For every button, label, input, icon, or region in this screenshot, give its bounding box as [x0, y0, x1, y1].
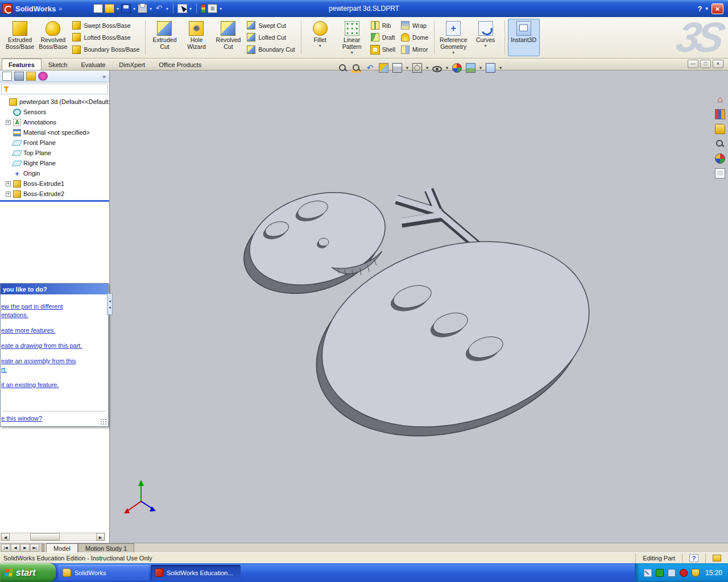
- tab-evaluate[interactable]: Evaluate: [75, 59, 113, 70]
- extruded-boss-button[interactable]: Extruded Boss/Base: [3, 19, 36, 56]
- rebuild-icon[interactable]: [201, 4, 206, 13]
- swept-boss-button[interactable]: Swept Boss/Base: [71, 20, 141, 31]
- first-tab-button[interactable]: |◀: [1, 544, 10, 552]
- revolved-cut-button[interactable]: Revolved Cut: [212, 19, 244, 56]
- print-icon[interactable]: [138, 4, 147, 13]
- section-view-icon[interactable]: [379, 63, 388, 73]
- options-icon[interactable]: [208, 4, 217, 13]
- help-button[interactable]: ?: [698, 5, 702, 13]
- last-tab-button[interactable]: ▶|: [30, 544, 39, 552]
- curves-button[interactable]: Curves▾: [470, 19, 502, 56]
- tree-item-annotations[interactable]: +Annotations: [0, 117, 109, 127]
- hole-wizard-button[interactable]: Hole Wizard: [180, 19, 212, 56]
- new-document-icon[interactable]: [93, 4, 103, 13]
- tree-item-right-plane[interactable]: Right Plane: [0, 158, 109, 168]
- boundary-cut-button[interactable]: Boundary Cut: [245, 44, 296, 55]
- boundary-boss-button[interactable]: Boundary Boss/Base: [71, 44, 141, 55]
- tree-item-origin[interactable]: Origin: [0, 168, 109, 178]
- apply-scene-icon[interactable]: [466, 63, 475, 73]
- display-style-icon[interactable]: [412, 63, 422, 73]
- scrollbar-thumb[interactable]: [30, 533, 60, 541]
- shell-button[interactable]: Shell: [369, 44, 397, 55]
- tree-item-pewterpart-3d-default-default[interactable]: pewterpart 3d (Default<<Default:: [0, 97, 109, 107]
- scroll-left-button[interactable]: [1, 533, 10, 541]
- expander-icon[interactable]: +: [6, 192, 11, 197]
- open-document-caret-icon[interactable]: ▾: [117, 6, 119, 11]
- lofted-cut-button[interactable]: Lofted Cut: [245, 32, 296, 43]
- fillet-button[interactable]: Fillet▾: [304, 19, 336, 56]
- file-explorer-icon[interactable]: [715, 124, 725, 134]
- display-tray-icon[interactable]: [668, 569, 676, 577]
- next-tab-button[interactable]: ▶: [20, 544, 30, 552]
- swept-cut-button[interactable]: Swept Cut: [245, 20, 296, 31]
- feature-manager-tab-icon[interactable]: [2, 72, 12, 81]
- minimize-document-button[interactable]: —: [688, 60, 698, 68]
- taskbar-app-solidworks[interactable]: SolidWorks: [59, 565, 148, 580]
- task-pane-link-4[interactable]: it an existing feature.: [1, 381, 106, 389]
- zoom-to-fit-icon[interactable]: [338, 63, 348, 73]
- start-button[interactable]: start: [0, 563, 56, 582]
- toolbar-expand-chevron[interactable]: »: [59, 5, 62, 12]
- close-document-button[interactable]: ×: [713, 60, 723, 68]
- tab-sketch[interactable]: Sketch: [42, 59, 75, 70]
- appearances-scenes-icon[interactable]: [715, 153, 725, 164]
- dimxpert-manager-tab-icon[interactable]: [38, 72, 48, 81]
- wrap-button[interactable]: Wrap: [399, 20, 430, 31]
- extruded-cut-button[interactable]: Extruded Cut: [148, 19, 180, 56]
- shield-tray-icon[interactable]: [692, 569, 700, 577]
- apply-scene-caret-icon[interactable]: ▾: [479, 65, 482, 70]
- draft-button[interactable]: Draft: [369, 32, 397, 43]
- graphics-viewport[interactable]: ▾▾▾▾▾: [110, 70, 728, 543]
- help-caret-icon[interactable]: ▾: [705, 6, 708, 11]
- taskbar-app-solidworks-education[interactable]: SolidWorks Education...: [151, 565, 241, 580]
- revolved-boss-button[interactable]: Revolved Boss/Base: [36, 19, 69, 56]
- undo-icon[interactable]: [154, 4, 164, 13]
- rollback-bar[interactable]: [0, 200, 109, 202]
- task-pane-link-1[interactable]: eate more features.: [1, 326, 106, 335]
- tree-item-material-not-specified[interactable]: Material <not specified>: [0, 127, 109, 138]
- search-icon[interactable]: [715, 139, 725, 149]
- options-caret-icon[interactable]: ▾: [220, 6, 222, 11]
- save-icon[interactable]: [121, 4, 131, 13]
- task-pane-link-2[interactable]: eate a drawing from this part.: [1, 342, 106, 350]
- manager-expand-chevron[interactable]: »: [102, 73, 107, 80]
- zoom-to-area-icon[interactable]: [351, 63, 361, 73]
- previous-tab-button[interactable]: ◀: [11, 544, 20, 552]
- display-style-caret-icon[interactable]: ▾: [426, 65, 428, 70]
- yellow-tag-icon[interactable]: [713, 555, 721, 562]
- dome-button[interactable]: Dome: [399, 32, 430, 43]
- reference-geometry-button[interactable]: Reference Geometry▾: [437, 19, 469, 56]
- tab-dimxpert[interactable]: DimXpert: [112, 59, 152, 70]
- part-3d-view[interactable]: [110, 70, 728, 543]
- doc-tab-motion-study-1[interactable]: Motion Study 1: [78, 543, 134, 552]
- linear-pattern-caret-icon[interactable]: ▾: [351, 50, 353, 55]
- print-caret-icon[interactable]: ▾: [150, 6, 152, 11]
- tree-horizontal-scrollbar[interactable]: [1, 533, 105, 541]
- solidworks-resources-icon[interactable]: [715, 94, 725, 105]
- doc-tab-model[interactable]: Model: [46, 543, 78, 552]
- view-settings-icon[interactable]: [486, 63, 495, 73]
- fillet-caret-icon[interactable]: ▾: [319, 43, 321, 48]
- status-help-button[interactable]: ?: [689, 554, 698, 562]
- open-document-icon[interactable]: [105, 4, 114, 13]
- configuration-manager-tab-icon[interactable]: [26, 72, 36, 81]
- pen-tray-icon[interactable]: [644, 569, 652, 577]
- close-button[interactable]: ×: [712, 3, 723, 14]
- coordinate-triad[interactable]: [124, 480, 156, 513]
- select-cursor-caret-icon[interactable]: ▾: [189, 6, 192, 11]
- green-status-tray-icon[interactable]: [656, 569, 664, 577]
- red-status-tray-icon[interactable]: [680, 569, 688, 577]
- expander-icon[interactable]: +: [6, 181, 11, 186]
- resize-grip-icon[interactable]: [100, 418, 107, 425]
- hide-show-items-icon[interactable]: [432, 66, 442, 72]
- scroll-right-button[interactable]: [96, 533, 105, 541]
- select-cursor-icon[interactable]: [177, 4, 187, 13]
- restore-document-button[interactable]: □: [700, 60, 711, 68]
- tab-features[interactable]: Features: [2, 59, 42, 70]
- undo-caret-icon[interactable]: ▾: [166, 6, 168, 11]
- save-caret-icon[interactable]: ▾: [133, 6, 135, 11]
- tree-item-boss-extrude1[interactable]: +Boss-Extrude1: [0, 178, 109, 189]
- tab-office-products[interactable]: Office Products: [152, 59, 208, 70]
- hide-show-items-caret-icon[interactable]: ▾: [446, 65, 448, 70]
- tree-item-boss-extrude2[interactable]: +Boss-Extrude2: [0, 189, 109, 199]
